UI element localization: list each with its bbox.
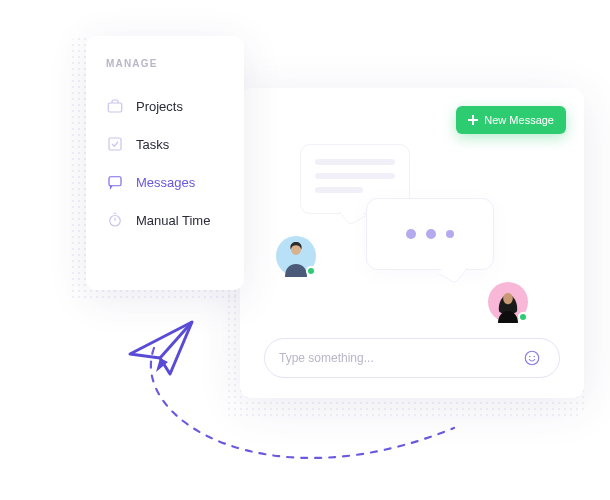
chat-panel: New Message	[240, 88, 584, 398]
svg-rect-0	[108, 103, 122, 112]
sidebar-item-label: Manual Time	[136, 213, 210, 228]
typing-dot-icon	[426, 229, 436, 239]
avatar	[276, 236, 316, 276]
svg-point-6	[534, 356, 536, 358]
sidebar-item-messages[interactable]: Messages	[106, 163, 224, 201]
plus-icon	[468, 115, 478, 125]
svg-rect-1	[109, 138, 121, 150]
sidebar-item-label: Messages	[136, 175, 195, 190]
new-message-button[interactable]: New Message	[456, 106, 566, 134]
smile-icon	[523, 349, 541, 367]
typing-dot-icon	[446, 230, 454, 238]
message-input-container	[264, 338, 560, 378]
sidebar-item-label: Projects	[136, 99, 183, 114]
ghost-text-line	[315, 173, 395, 179]
bubble-tail	[338, 202, 365, 225]
message-icon	[106, 173, 124, 191]
sidebar-item-tasks[interactable]: Tasks	[106, 125, 224, 163]
sidebar-item-label: Tasks	[136, 137, 169, 152]
paper-plane-icon	[126, 318, 200, 378]
stopwatch-icon	[106, 211, 124, 229]
new-message-label: New Message	[484, 114, 554, 126]
status-online-icon	[306, 266, 316, 276]
briefcase-icon	[106, 97, 124, 115]
check-square-icon	[106, 135, 124, 153]
typing-dot-icon	[406, 229, 416, 239]
sidebar-item-projects[interactable]: Projects	[106, 87, 224, 125]
message-input[interactable]	[279, 351, 509, 365]
sidebar-item-manual-time[interactable]: Manual Time	[106, 201, 224, 239]
avatar	[488, 282, 528, 322]
bubble-tail	[438, 258, 468, 284]
ghost-text-line	[315, 187, 363, 193]
svg-point-4	[525, 351, 539, 365]
sidebar-card: MANAGE Projects Tasks Messages Manual Ti…	[86, 36, 244, 290]
svg-point-5	[529, 356, 531, 358]
chat-bubble-preview-2	[366, 198, 494, 270]
svg-rect-2	[109, 177, 121, 186]
sidebar-section-title: MANAGE	[106, 58, 224, 69]
ghost-text-line	[315, 159, 395, 165]
emoji-button[interactable]	[519, 345, 545, 371]
status-online-icon	[518, 312, 528, 322]
